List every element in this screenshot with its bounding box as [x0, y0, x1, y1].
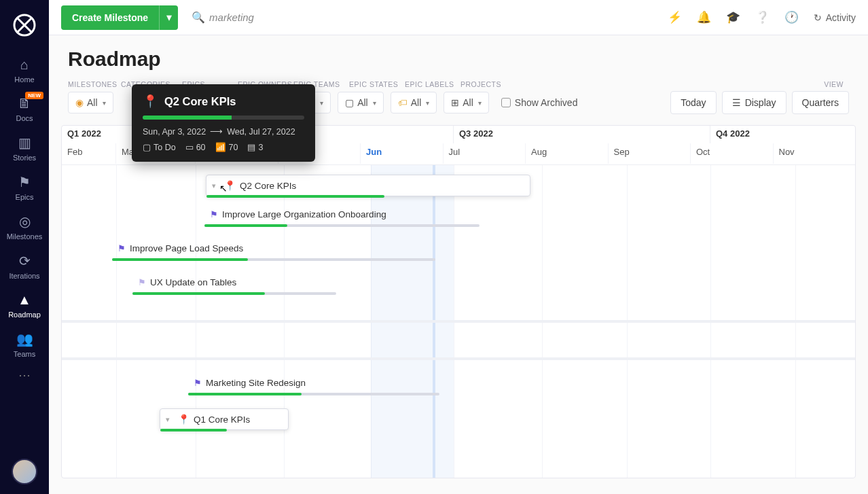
- nav-roadmap[interactable]: ▲Roadmap: [0, 285, 49, 324]
- tooltip-count3: 3: [258, 143, 263, 152]
- doc-icon: ▤: [247, 142, 255, 152]
- nav-iterations[interactable]: ⟳Iterations: [0, 246, 49, 285]
- create-milestone-button-group: Create Milestone ▾: [61, 5, 178, 30]
- nav-label: Iterations: [9, 272, 39, 280]
- timeline[interactable]: Q1 2022 Q2 2022 Q3 2022 Q4 2022 Feb Mar …: [61, 125, 856, 478]
- activity-label: Activity: [826, 12, 856, 23]
- new-badge: NEW: [25, 92, 43, 99]
- filter-label: PROJECTS: [460, 80, 516, 88]
- nav-label: Stories: [13, 154, 36, 162]
- tooltip-status: To Do: [153, 143, 176, 152]
- show-archived-label: Show Archived: [515, 97, 578, 108]
- create-dropdown-button[interactable]: ▾: [159, 5, 178, 30]
- bar-label: Q1 Core KPIs: [194, 414, 250, 425]
- app-logo[interactable]: [12, 12, 37, 38]
- epics-icon: ⚑: [0, 174, 49, 190]
- today-button[interactable]: Today: [670, 91, 716, 114]
- nav-stories[interactable]: ▥Stories: [0, 128, 49, 167]
- progress-fill: [204, 224, 287, 227]
- bar-label: Improve Large Organization Onboarding: [222, 209, 386, 219]
- tooltip-stats: ▢To Do ▭60 📶70 ▤3: [143, 142, 304, 152]
- nav-label: Roadmap: [8, 311, 41, 319]
- main: Create Milestone ▾ 🔍 ⚡ 🔔 🎓 ❔ 🕐 ↻Activity…: [49, 0, 868, 494]
- bar-label: Marketing Site Redesign: [206, 378, 306, 388]
- bell-icon[interactable]: 🔔: [697, 10, 711, 24]
- search-wrap: 🔍: [186, 11, 659, 24]
- quarters-button[interactable]: Quarters: [792, 91, 849, 114]
- nav-home[interactable]: ⌂Home: [0, 50, 49, 89]
- chip-label: All: [87, 97, 98, 108]
- nav-epics[interactable]: ⚑Epics: [0, 167, 49, 207]
- arrow-icon: ⟶: [210, 126, 223, 137]
- chevron-down-icon: ▾: [320, 99, 323, 107]
- tooltip-progress: [143, 116, 304, 120]
- bar-ux-tables[interactable]: ⚑ UX Update on Tables: [132, 271, 336, 293]
- month-label: Oct: [691, 143, 774, 164]
- quarter-label: Q4 2022: [710, 126, 855, 143]
- milestone-tooltip: 📍Q2 Core KPIs Sun, Apr 3, 2022⟶Wed, Jul …: [132, 84, 315, 162]
- teams-icon: 👥: [0, 331, 49, 347]
- bar-q2-core-kpis[interactable]: ▾ 📍 Q2 Core KPIs: [206, 175, 530, 196]
- quarter-label: Q3 2022: [454, 126, 710, 143]
- bar-q1-core-kpis[interactable]: ▾ 📍 Q1 Core KPIs: [160, 408, 289, 430]
- iterations-icon: ⟳: [0, 253, 49, 269]
- help-icon[interactable]: ❔: [755, 10, 770, 24]
- nav-label: Milestones: [7, 232, 43, 241]
- topbar: Create Milestone ▾ 🔍 ⚡ 🔔 🎓 ❔ 🕐 ↻Activity: [49, 0, 868, 35]
- status-icon: ▢: [143, 142, 151, 152]
- filters: MILESTONES CATEGORIES EPICS EPIC OWNERS …: [49, 75, 868, 114]
- chevron-down-icon: ▾: [426, 99, 429, 107]
- month-label: Nov: [774, 143, 856, 164]
- tooltip-title: Q2 Core KPIs: [164, 95, 236, 108]
- home-icon: ⌂: [0, 57, 49, 73]
- milestone-icon: ◎: [0, 213, 49, 230]
- filter-labels-chip[interactable]: 🏷All▾: [391, 92, 437, 113]
- filter-states[interactable]: ▢All▾: [338, 92, 384, 113]
- grad-icon[interactable]: 🎓: [726, 10, 740, 24]
- month-label: Sep: [609, 143, 691, 164]
- page-title: Roadmap: [68, 48, 849, 71]
- activity-icon: ↻: [814, 12, 822, 23]
- tag-icon: 🏷: [398, 97, 408, 108]
- show-archived-toggle[interactable]: Show Archived: [501, 97, 578, 108]
- month-label-today: Jun: [361, 143, 444, 164]
- user-avatar[interactable]: [12, 459, 37, 484]
- nav-more[interactable]: ⋯: [18, 368, 31, 383]
- display-label: Display: [745, 97, 776, 108]
- tooltip-start: Sun, Apr 3, 2022: [143, 127, 206, 137]
- bolt-icon[interactable]: ⚡: [668, 10, 682, 24]
- filter-milestones[interactable]: ◉All▾: [68, 92, 113, 113]
- bar-onboarding[interactable]: ⚑ Improve Large Organization Onboarding: [204, 203, 480, 225]
- display-button[interactable]: ☰Display: [722, 91, 786, 114]
- chip-label: All: [357, 97, 368, 108]
- progress-fill: [188, 393, 302, 395]
- view-label: VIEW: [803, 80, 844, 88]
- filter-label: EPIC STATES: [349, 80, 405, 88]
- nav-teams[interactable]: 👥Teams: [0, 324, 49, 364]
- collapse-icon[interactable]: ▾: [166, 415, 174, 424]
- bar-marketing[interactable]: ⚑ Marketing Site Redesign: [188, 372, 439, 393]
- signal-icon: 📶: [215, 142, 226, 152]
- activity-link[interactable]: ↻Activity: [814, 12, 856, 23]
- create-milestone-button[interactable]: Create Milestone: [61, 5, 159, 30]
- card-icon: ▭: [185, 142, 194, 152]
- tooltip-end: Wed, Jul 27, 2022: [227, 127, 295, 137]
- bar-label: Improve Page Load Speeds: [130, 243, 243, 253]
- nav-milestones[interactable]: ◎Milestones: [0, 207, 49, 246]
- roadmap-icon: ▲: [0, 292, 49, 308]
- tooltip-count1: 60: [196, 143, 206, 152]
- nav-label: Epics: [16, 193, 34, 201]
- flag-icon: ⚑: [138, 277, 146, 287]
- nav-label: Home: [14, 75, 34, 84]
- clock-icon[interactable]: 🕐: [784, 10, 799, 24]
- search-input[interactable]: [209, 12, 345, 23]
- filter-label: EPIC LABELS: [405, 80, 460, 88]
- state-icon: ▢: [345, 97, 354, 108]
- nav-docs[interactable]: NEW🗎Docs: [0, 89, 49, 128]
- sliders-icon: ☰: [732, 97, 741, 108]
- chevron-down-icon: ▾: [478, 99, 482, 107]
- nav-label: Teams: [14, 350, 35, 358]
- bar-label: UX Update on Tables: [150, 277, 236, 287]
- filter-projects[interactable]: ⊞All▾: [444, 92, 489, 113]
- bar-page-load[interactable]: ⚑ Improve Page Load Speeds: [112, 237, 435, 259]
